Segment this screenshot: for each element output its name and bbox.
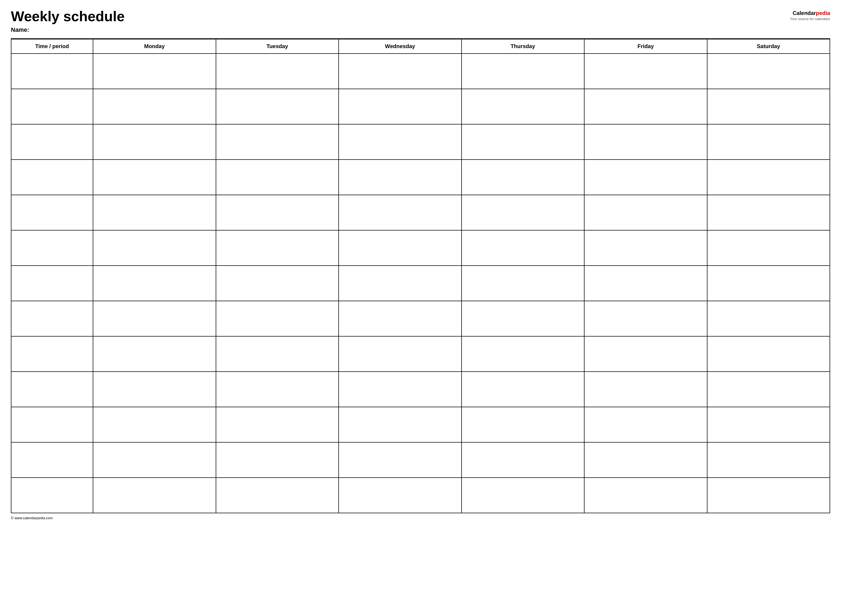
schedule-cell[interactable] — [93, 124, 216, 160]
schedule-cell[interactable] — [93, 195, 216, 230]
schedule-cell[interactable] — [707, 160, 830, 195]
schedule-cell[interactable] — [707, 89, 830, 124]
schedule-cell[interactable] — [93, 372, 216, 407]
time-cell[interactable] — [11, 265, 93, 301]
schedule-cell[interactable] — [462, 336, 585, 372]
schedule-cell[interactable] — [216, 442, 339, 478]
schedule-cell[interactable] — [462, 195, 585, 230]
schedule-cell[interactable] — [462, 160, 585, 195]
schedule-cell[interactable] — [462, 478, 585, 513]
schedule-cell[interactable] — [462, 265, 585, 301]
schedule-cell[interactable] — [216, 478, 339, 513]
schedule-cell[interactable] — [339, 195, 462, 230]
schedule-cell[interactable] — [707, 124, 830, 160]
schedule-cell[interactable] — [707, 336, 830, 372]
schedule-cell[interactable] — [339, 230, 462, 265]
time-cell[interactable] — [11, 442, 93, 478]
time-cell[interactable] — [11, 89, 93, 124]
schedule-cell[interactable] — [339, 265, 462, 301]
schedule-cell[interactable] — [584, 124, 707, 160]
logo-section: Calendarpedia Your source for calendars — [790, 9, 830, 21]
schedule-cell[interactable] — [462, 301, 585, 336]
schedule-cell[interactable] — [216, 89, 339, 124]
schedule-cell[interactable] — [339, 54, 462, 89]
schedule-cell[interactable] — [216, 301, 339, 336]
time-cell[interactable] — [11, 336, 93, 372]
schedule-cell[interactable] — [339, 336, 462, 372]
schedule-cell[interactable] — [93, 89, 216, 124]
schedule-cell[interactable] — [584, 230, 707, 265]
time-cell[interactable] — [11, 478, 93, 513]
schedule-cell[interactable] — [707, 301, 830, 336]
schedule-cell[interactable] — [707, 372, 830, 407]
time-cell[interactable] — [11, 230, 93, 265]
schedule-cell[interactable] — [462, 372, 585, 407]
time-cell[interactable] — [11, 124, 93, 160]
schedule-cell[interactable] — [339, 124, 462, 160]
schedule-cell[interactable] — [584, 372, 707, 407]
schedule-cell[interactable] — [93, 54, 216, 89]
schedule-cell[interactable] — [584, 89, 707, 124]
schedule-cell[interactable] — [339, 442, 462, 478]
table-row — [11, 478, 830, 513]
schedule-cell[interactable] — [584, 195, 707, 230]
schedule-cell[interactable] — [339, 301, 462, 336]
time-cell[interactable] — [11, 160, 93, 195]
schedule-cell[interactable] — [584, 442, 707, 478]
schedule-cell[interactable] — [584, 54, 707, 89]
schedule-cell[interactable] — [707, 265, 830, 301]
schedule-cell[interactable] — [584, 301, 707, 336]
logo-brand-part2: pedia — [816, 10, 830, 16]
schedule-cell[interactable] — [216, 336, 339, 372]
schedule-cell[interactable] — [93, 407, 216, 442]
time-cell[interactable] — [11, 301, 93, 336]
time-cell[interactable] — [11, 195, 93, 230]
time-cell[interactable] — [11, 372, 93, 407]
schedule-cell[interactable] — [584, 160, 707, 195]
schedule-cell[interactable] — [707, 195, 830, 230]
table-row — [11, 195, 830, 230]
schedule-cell[interactable] — [339, 478, 462, 513]
schedule-cell[interactable] — [707, 54, 830, 89]
time-cell[interactable] — [11, 54, 93, 89]
schedule-cell[interactable] — [339, 89, 462, 124]
schedule-cell[interactable] — [462, 407, 585, 442]
time-cell[interactable] — [11, 407, 93, 442]
schedule-cell[interactable] — [93, 301, 216, 336]
schedule-cell[interactable] — [707, 407, 830, 442]
schedule-cell[interactable] — [93, 478, 216, 513]
schedule-cell[interactable] — [339, 372, 462, 407]
schedule-cell[interactable] — [584, 265, 707, 301]
table-row — [11, 89, 830, 124]
schedule-cell[interactable] — [339, 407, 462, 442]
schedule-cell[interactable] — [707, 230, 830, 265]
schedule-cell[interactable] — [216, 54, 339, 89]
schedule-cell[interactable] — [584, 407, 707, 442]
schedule-cell[interactable] — [216, 407, 339, 442]
schedule-cell[interactable] — [462, 442, 585, 478]
schedule-cell[interactable] — [462, 89, 585, 124]
schedule-cell[interactable] — [216, 265, 339, 301]
schedule-cell[interactable] — [339, 160, 462, 195]
schedule-cell[interactable] — [584, 336, 707, 372]
schedule-body — [11, 54, 830, 513]
schedule-cell[interactable] — [216, 230, 339, 265]
schedule-cell[interactable] — [93, 336, 216, 372]
schedule-cell[interactable] — [216, 372, 339, 407]
schedule-cell[interactable] — [93, 265, 216, 301]
copyright-text: © www.calendarpedia.com — [11, 516, 53, 520]
table-row — [11, 124, 830, 160]
schedule-cell[interactable] — [462, 54, 585, 89]
schedule-cell[interactable] — [462, 230, 585, 265]
schedule-cell[interactable] — [93, 160, 216, 195]
schedule-cell[interactable] — [93, 230, 216, 265]
schedule-cell[interactable] — [216, 195, 339, 230]
schedule-cell[interactable] — [216, 124, 339, 160]
schedule-cell[interactable] — [584, 478, 707, 513]
schedule-cell[interactable] — [93, 442, 216, 478]
schedule-cell[interactable] — [707, 442, 830, 478]
schedule-cell[interactable] — [216, 160, 339, 195]
footer: © www.calendarpedia.com — [11, 516, 830, 520]
schedule-cell[interactable] — [462, 124, 585, 160]
schedule-cell[interactable] — [707, 478, 830, 513]
